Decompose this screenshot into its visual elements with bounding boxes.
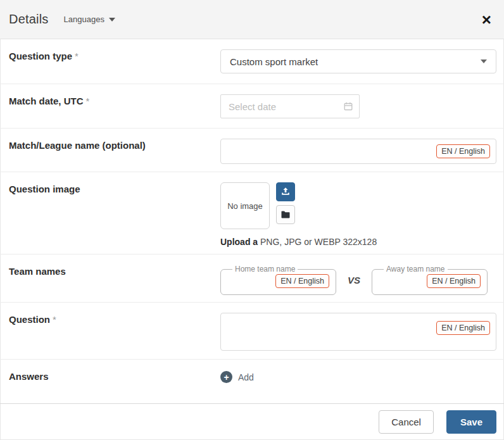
question-image-label: Question image: [0, 172, 220, 254]
plus-icon: +: [220, 371, 232, 383]
match-date-field: [220, 94, 360, 118]
close-button[interactable]: ×: [478, 10, 495, 29]
calendar-icon[interactable]: [343, 101, 353, 111]
add-answer-label: Add: [238, 372, 254, 382]
away-team-field[interactable]: Away team name EN / English: [372, 265, 488, 295]
question-label: Question*: [0, 303, 220, 359]
answers-label: Answers: [0, 360, 220, 403]
folder-icon: [280, 210, 291, 220]
language-badge[interactable]: EN / English: [275, 274, 329, 288]
row-answers: Answers + Add: [0, 360, 504, 403]
upload-icon: [280, 187, 291, 197]
language-badge[interactable]: EN / English: [427, 274, 481, 288]
required-mark: *: [75, 51, 79, 61]
question-type-select[interactable]: Custom sport market: [220, 49, 496, 73]
page-title: Details: [9, 12, 49, 27]
language-badge[interactable]: EN / English: [436, 321, 490, 335]
row-league-name: Match/League name (optional) EN / Englis…: [0, 129, 504, 172]
image-preview-placeholder: No image: [220, 182, 270, 229]
upload-image-button[interactable]: [276, 182, 295, 201]
add-answer-button[interactable]: + Add: [220, 371, 254, 383]
question-field: EN / English: [220, 313, 496, 351]
away-team-floating-label: Away team name: [384, 265, 448, 273]
details-modal: Details Languages × Question type* Custo…: [0, 0, 504, 440]
language-badge[interactable]: EN / English: [436, 144, 490, 158]
chevron-down-icon: [481, 60, 487, 63]
vs-separator: VS: [336, 275, 372, 286]
question-type-value: Custom sport market: [230, 56, 318, 67]
required-mark: *: [86, 96, 90, 106]
close-icon: ×: [482, 10, 491, 29]
browse-folder-button[interactable]: [276, 205, 295, 224]
row-match-date: Match date, UTC*: [0, 84, 504, 129]
save-button[interactable]: Save: [446, 410, 496, 434]
home-team-floating-label: Home team name: [232, 265, 298, 273]
required-mark: *: [53, 314, 56, 325]
row-question: Question* EN / English: [0, 303, 504, 360]
row-question-type: Question type* Custom sport market: [0, 39, 504, 84]
languages-dropdown[interactable]: Languages: [64, 15, 115, 24]
league-name-field: EN / English: [220, 139, 496, 164]
modal-header: Details Languages ×: [0, 0, 504, 39]
chevron-down-icon: [109, 18, 115, 22]
team-names-label: Team names: [0, 255, 220, 302]
cancel-button[interactable]: Cancel: [379, 410, 434, 434]
modal-footer: Cancel Save: [0, 403, 504, 440]
match-date-label: Match date, UTC*: [0, 84, 220, 128]
question-type-label: Question type*: [0, 39, 220, 84]
league-name-label: Match/League name (optional): [0, 129, 220, 172]
home-team-field[interactable]: Home team name EN / English: [220, 265, 336, 295]
row-question-image: Question image No image: [0, 172, 504, 255]
languages-label: Languages: [64, 15, 104, 24]
match-date-input[interactable]: [221, 95, 359, 118]
upload-hint: Upload a PNG, JPG or WEBP 322x128: [220, 237, 496, 247]
row-team-names: Team names Home team name EN / English V…: [0, 255, 504, 303]
